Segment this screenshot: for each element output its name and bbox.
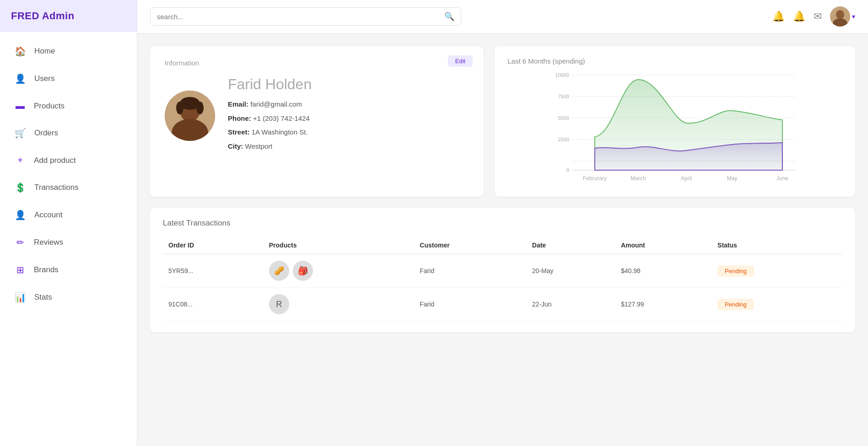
svg-text:2500: 2500 (558, 137, 569, 142)
reviews-icon: ✏ (15, 237, 26, 248)
sidebar-nav: 🏠 Home 👤 Users ▬ Products 🛒 Orders + Add… (0, 32, 137, 317)
sidebar-item-brands[interactable]: ⊞ Brands (0, 256, 137, 284)
chart-card: Last 6 Months (spending) 10000 7500 500 (495, 46, 855, 197)
transactions-title: Latest Transactions (163, 219, 842, 228)
sleep-icon[interactable]: 🔔 (772, 11, 785, 22)
svg-text:May: May (727, 175, 738, 182)
user-email-row: Email: farid@gmail.com (228, 99, 312, 110)
product-thumbs: R (269, 294, 409, 314)
sidebar-label-brands: Brands (34, 265, 59, 274)
top-row: Information Edit (150, 46, 855, 197)
product-thumbs: 🥜 🎒 (269, 261, 409, 281)
cell-order-id: 5YR59... (163, 254, 264, 288)
sidebar-item-users[interactable]: 👤 Users (0, 65, 137, 92)
app-title: FRED Admin (11, 10, 75, 21)
col-customer: Customer (414, 237, 526, 254)
product-thumb: 🎒 (293, 261, 313, 281)
sidebar-item-transactions[interactable]: 💲 Transactions (0, 174, 137, 201)
top-header: 🔍 🔔 🔔 ✉ ▾ (137, 0, 868, 33)
mail-icon[interactable]: ✉ (814, 11, 822, 22)
main-area: 🔍 🔔 🔔 ✉ ▾ Informati (137, 0, 868, 446)
svg-text:0: 0 (566, 167, 569, 173)
status-badge: Pending (717, 299, 754, 310)
user-avatar-large (165, 91, 215, 141)
svg-text:5000: 5000 (558, 115, 569, 121)
col-status: Status (712, 237, 842, 254)
col-order-id: Order ID (163, 237, 264, 254)
user-phone-row: Phone: +1 (203) 742-1424 (228, 113, 312, 124)
svg-text:June: June (776, 175, 788, 182)
sidebar-item-add-product[interactable]: + Add product (0, 147, 137, 174)
avatar-dropdown-arrow: ▾ (852, 13, 855, 20)
sidebar-item-account[interactable]: 👤 Account (0, 201, 137, 229)
product-thumb: R (269, 294, 289, 314)
sidebar-item-products[interactable]: ▬ Products (0, 92, 137, 119)
orders-icon: 🛒 (15, 128, 26, 139)
search-input[interactable] (157, 13, 444, 21)
transactions-icon: 💲 (15, 182, 26, 193)
product-thumb: 🥜 (269, 261, 289, 281)
users-icon: 👤 (15, 73, 26, 84)
user-info: Farid Holden Email: farid@gmail.com Phon… (228, 76, 312, 155)
page-content: Information Edit (137, 33, 868, 446)
sidebar-label-orders: Orders (34, 129, 58, 138)
sidebar: FRED Admin 🏠 Home 👤 Users ▬ Products 🛒 O… (0, 0, 137, 446)
cell-order-id: 91C08... (163, 288, 264, 321)
edit-button[interactable]: Edit (448, 55, 473, 67)
bell-icon[interactable]: 🔔 (793, 11, 805, 22)
cell-amount: $40.98 (615, 254, 712, 288)
header-avatar (830, 6, 850, 27)
user-avatar-button[interactable]: ▾ (830, 6, 855, 27)
sidebar-label-users: Users (34, 74, 54, 83)
col-amount: Amount (615, 237, 712, 254)
table-row: 91C08... R Farid 22-Jun $127.99 Pending (163, 288, 842, 321)
information-card: Information Edit (150, 46, 484, 197)
sidebar-item-reviews[interactable]: ✏ Reviews (0, 229, 137, 256)
info-card-title: Information (165, 59, 469, 67)
transactions-table: Order ID Products Customer Date Amount S… (163, 237, 842, 321)
col-products: Products (264, 237, 415, 254)
user-name: Farid Holden (228, 76, 312, 93)
search-bar[interactable]: 🔍 (150, 7, 461, 26)
svg-text:Februrary: Februrary (583, 175, 607, 182)
sidebar-label-products: Products (34, 102, 65, 111)
info-card-body: Farid Holden Email: farid@gmail.com Phon… (165, 76, 469, 155)
user-street-row: Street: 1A Washington St. (228, 127, 312, 138)
transactions-card: Latest Transactions Order ID Products Cu… (150, 208, 855, 332)
svg-point-8 (196, 102, 204, 114)
account-icon: 👤 (15, 210, 26, 220)
search-icon[interactable]: 🔍 (444, 11, 454, 21)
sidebar-label-home: Home (34, 47, 55, 56)
chart-title: Last 6 Months (spending) (507, 57, 842, 65)
svg-text:April: April (681, 175, 692, 182)
status-badge: Pending (717, 265, 754, 277)
sidebar-label-transactions: Transactions (34, 183, 79, 192)
header-actions: 🔔 🔔 ✉ ▾ (772, 6, 855, 27)
cell-customer: Farid (414, 288, 526, 321)
stats-icon: 📊 (15, 292, 26, 303)
sidebar-label-account: Account (34, 210, 62, 220)
svg-point-1 (836, 10, 844, 19)
spending-chart: 10000 7500 5000 2500 0 (507, 70, 842, 189)
cell-status: Pending (712, 288, 842, 321)
sidebar-item-orders[interactable]: 🛒 Orders (0, 119, 137, 147)
cell-customer: Farid (414, 254, 526, 288)
table-row: 5YR59... 🥜 🎒 Farid 20-May $40.98 Pending (163, 254, 842, 288)
cell-status: Pending (712, 254, 842, 288)
svg-text:March: March (631, 175, 646, 182)
table-header-row: Order ID Products Customer Date Amount S… (163, 237, 842, 254)
products-icon: ▬ (15, 101, 26, 111)
sidebar-item-home[interactable]: 🏠 Home (0, 38, 137, 65)
svg-point-7 (176, 102, 183, 114)
home-icon: 🏠 (15, 46, 26, 57)
app-logo: FRED Admin (0, 0, 137, 32)
sidebar-label-reviews: Reviews (34, 238, 63, 247)
user-city-row: City: Westport (228, 141, 312, 152)
sidebar-item-stats[interactable]: 📊 Stats (0, 284, 137, 311)
cell-products: 🥜 🎒 (264, 254, 415, 288)
svg-text:7500: 7500 (558, 94, 569, 99)
add-product-icon: + (15, 155, 26, 166)
sidebar-label-add-product: Add product (34, 156, 76, 165)
cell-amount: $127.99 (615, 288, 712, 321)
cell-products: R (264, 288, 415, 321)
